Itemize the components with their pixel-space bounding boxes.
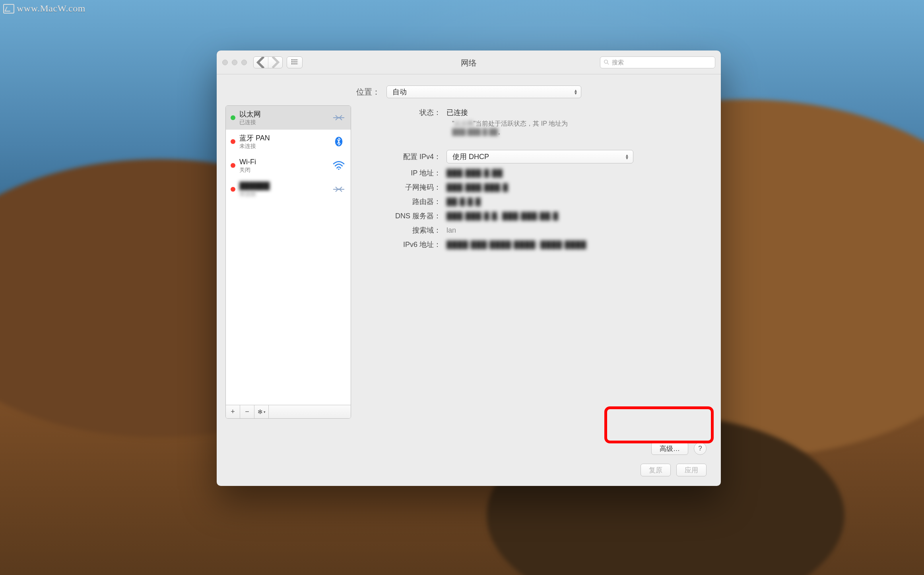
search-domain-value: lan	[446, 226, 711, 235]
nav-back-forward	[253, 56, 283, 68]
svg-rect-11	[297, 63, 298, 64]
config-ipv4-label: 配置 IPv4：	[359, 152, 446, 161]
ipv6-address-value: ████:███:████:████::████:████	[446, 241, 711, 249]
service-actions-button[interactable]: ✻▾	[254, 405, 269, 418]
chevron-right-icon	[268, 56, 282, 68]
status-description: "以太网"当前处于活跃状态，其 IP 地址为 ███.███.█.██。	[452, 120, 711, 136]
network-preferences-window: 网络 位置： 自动 ▲▼ 以太网 已连接	[217, 51, 721, 486]
services-sidebar: 以太网 已连接 蓝牙 PAN 未连接	[225, 105, 351, 419]
location-label: 位置：	[356, 87, 380, 97]
search-icon	[604, 59, 610, 65]
watermark-text: www.MacW.com	[17, 3, 85, 14]
service-name: Wi-Fi	[239, 157, 328, 167]
search-domain-label: 搜索域：	[359, 225, 446, 235]
popup-arrows-icon: ▲▼	[625, 154, 629, 159]
service-item-other[interactable]: ██████ 未连接	[226, 177, 351, 201]
svg-rect-1	[293, 59, 295, 60]
svg-rect-7	[297, 61, 298, 62]
svg-rect-4	[291, 61, 293, 62]
svg-point-16	[338, 169, 339, 170]
window-toolbar: 网络	[217, 51, 721, 74]
content-area: 以太网 已连接 蓝牙 PAN 未连接	[217, 104, 721, 460]
ethernet-icon	[332, 184, 346, 195]
status-dot-icon	[231, 187, 235, 192]
svg-rect-2	[295, 59, 297, 60]
help-button[interactable]: ?	[694, 442, 707, 455]
svg-point-17	[338, 188, 340, 190]
sidebar-tools: + − ✻▾	[226, 405, 351, 418]
svg-rect-3	[297, 59, 298, 60]
zoom-window-button[interactable]	[241, 60, 247, 65]
service-status: 未连接	[239, 143, 328, 150]
svg-rect-8	[291, 63, 293, 64]
show-all-button[interactable]	[287, 56, 303, 68]
ip-address-label: IP 地址：	[359, 168, 446, 178]
service-status: 已连接	[239, 119, 328, 126]
location-value: 自动	[392, 87, 407, 97]
service-status: 关闭	[239, 167, 328, 174]
status-dot-icon	[231, 139, 235, 144]
status-label: 状态：	[359, 108, 446, 117]
subnet-mask-value: ███.███.███.█	[446, 183, 711, 192]
chevron-left-icon	[254, 56, 268, 68]
service-name: ██████	[239, 181, 328, 190]
status-value: 已连接	[446, 108, 711, 117]
service-item-bluetooth-pan[interactable]: 蓝牙 PAN 未连接	[226, 130, 351, 153]
svg-rect-9	[293, 63, 295, 64]
close-window-button[interactable]	[222, 60, 228, 65]
add-service-button[interactable]: +	[226, 405, 240, 418]
dns-label: DNS 服务器：	[359, 211, 446, 221]
router-value: ██.█.█.█	[446, 198, 711, 206]
search-input[interactable]	[612, 59, 712, 66]
detail-panel: 状态： 已连接 "以太网"当前处于活跃状态，其 IP 地址为 ███.███.█…	[359, 105, 711, 460]
status-dot-icon	[231, 163, 235, 168]
back-button[interactable]	[254, 57, 268, 68]
service-name: 蓝牙 PAN	[239, 134, 328, 143]
remove-service-button[interactable]: −	[240, 405, 254, 418]
router-label: 路由器：	[359, 197, 446, 206]
service-item-ethernet[interactable]: 以太网 已连接	[226, 106, 351, 130]
svg-rect-5	[293, 61, 295, 62]
location-row: 位置： 自动 ▲▼	[217, 74, 721, 104]
advanced-button[interactable]: 高级…	[651, 442, 688, 455]
forward-button[interactable]	[268, 57, 282, 68]
config-ipv4-popup[interactable]: 使用 DHCP ▲▼	[446, 150, 633, 163]
svg-line-13	[607, 63, 609, 64]
ip-address-value: ███.███.█.██	[446, 169, 711, 177]
bluetooth-icon	[332, 136, 346, 147]
traffic-lights[interactable]	[222, 60, 247, 65]
grid-icon	[291, 59, 298, 66]
watermark-icon	[3, 4, 14, 14]
svg-point-12	[604, 60, 608, 63]
apply-button[interactable]: 应用	[676, 464, 707, 476]
ethernet-icon	[332, 112, 346, 123]
svg-rect-0	[291, 59, 293, 60]
service-status: 未连接	[239, 190, 328, 198]
minimize-window-button[interactable]	[232, 60, 237, 65]
popup-arrows-icon: ▲▼	[574, 89, 578, 95]
footer-buttons: 复原 应用	[217, 460, 721, 486]
status-dot-icon	[231, 115, 235, 120]
svg-rect-6	[295, 61, 297, 62]
config-ipv4-value: 使用 DHCP	[452, 152, 489, 161]
services-list: 以太网 已连接 蓝牙 PAN 未连接	[226, 106, 351, 405]
search-field[interactable]	[600, 56, 715, 68]
ipv6-address-label: IPv6 地址：	[359, 240, 446, 249]
svg-rect-10	[295, 63, 297, 64]
service-name: 以太网	[239, 110, 328, 119]
wifi-icon	[332, 160, 346, 171]
watermark: www.MacW.com	[3, 3, 85, 14]
location-popup[interactable]: 自动 ▲▼	[386, 85, 581, 98]
dns-value: ███.███.█.█, ███.███.██.█	[446, 212, 711, 220]
service-item-wifi[interactable]: Wi-Fi 关闭	[226, 153, 351, 177]
advanced-area: 高级… ?	[359, 433, 711, 460]
svg-point-14	[338, 117, 340, 118]
subnet-mask-label: 子网掩码：	[359, 183, 446, 192]
revert-button[interactable]: 复原	[641, 464, 671, 476]
